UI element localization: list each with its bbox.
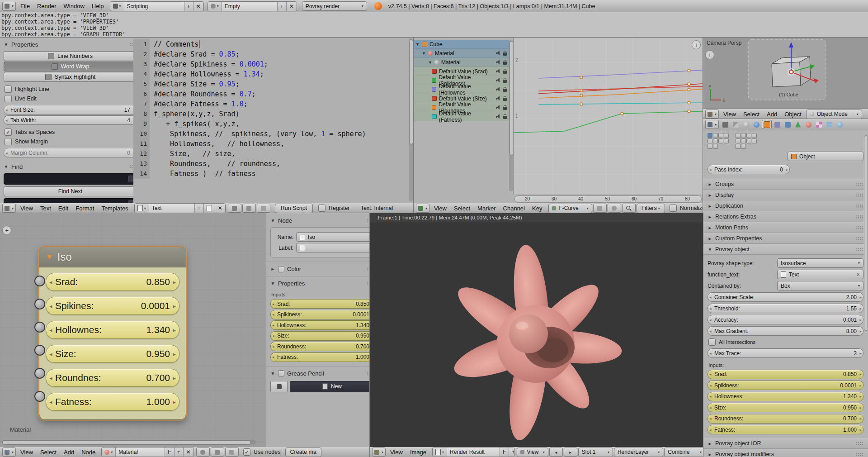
field-hollowness[interactable]: Hollowness:1.340: [708, 392, 863, 401]
expand-toolshelf-button[interactable]: +: [705, 50, 714, 59]
toggle-word-wrap[interactable]: Word Wrap: [4, 62, 137, 71]
find-panel-header[interactable]: ▼ Find: [4, 162, 137, 171]
viewport-3d[interactable]: x y Camera Persp (1) Cube +: [703, 38, 868, 109]
panel-grip[interactable]: [856, 226, 863, 230]
expand-icon[interactable]: ►: [708, 236, 712, 241]
layer-cell[interactable]: [724, 133, 729, 138]
new-grease-pencil-button[interactable]: New: [290, 381, 370, 392]
slider-left-arrow[interactable]: ◂: [49, 279, 52, 286]
tab-modifiers[interactable]: [783, 120, 793, 129]
cube-front-face[interactable]: [772, 62, 801, 87]
graph-menu-marker[interactable]: Marker: [474, 204, 499, 213]
text-menu-format[interactable]: Format: [72, 204, 98, 213]
close-text-button[interactable]: ✕: [215, 204, 225, 213]
editor-type-graph-button[interactable]: ▾: [416, 204, 429, 213]
layer-cell[interactable]: [713, 144, 718, 149]
view3d-menu-select[interactable]: Select: [740, 110, 763, 119]
panel-povray-object-modifiers[interactable]: ►Povray object modifiers: [703, 449, 868, 457]
normalize-checkbox[interactable]: [670, 205, 677, 212]
find-input[interactable]: [4, 173, 137, 185]
editor-type-image-button[interactable]: ▾: [372, 447, 386, 457]
dropdown-box[interactable]: Box▾: [777, 281, 863, 290]
unlink-material-button[interactable]: ✕: [184, 447, 193, 457]
scene-name[interactable]: Empty: [222, 2, 278, 11]
panel-grip[interactable]: [367, 267, 370, 271]
mute-icon[interactable]: [496, 51, 501, 56]
expand-icon[interactable]: ▼: [428, 60, 432, 65]
panel-grip[interactable]: [856, 442, 863, 446]
panel-grip[interactable]: [856, 248, 863, 252]
fake-user-button[interactable]: F: [500, 447, 509, 457]
expand-icon[interactable]: ►: [708, 193, 712, 198]
field-srad[interactable]: Srad:0.850: [270, 299, 370, 309]
render-result-view[interactable]: [370, 222, 703, 447]
tab-particles[interactable]: [824, 120, 834, 129]
graph-curve-view[interactable]: 21 +: [513, 38, 703, 194]
grease-pencil-panel-header[interactable]: ▼ Grease Pencil: [270, 369, 370, 378]
panel-grip[interactable]: [367, 371, 370, 376]
editor-type-text-button[interactable]: ▾: [2, 204, 16, 213]
fcurve[interactable]: [538, 84, 703, 94]
layer-cell[interactable]: [741, 133, 746, 138]
slider-right-arrow[interactable]: ▸: [173, 351, 176, 357]
add-scene-button[interactable]: +: [278, 2, 287, 11]
editor-type-properties-button[interactable]: ▾: [705, 120, 719, 129]
field-spikiness[interactable]: Spikiness:0.0001: [270, 310, 370, 319]
font-size-field[interactable]: Font Size: 17: [4, 105, 137, 114]
run-script-button[interactable]: Run Script: [275, 204, 313, 213]
mute-icon[interactable]: [496, 96, 501, 101]
new-image-button[interactable]: +: [509, 447, 514, 457]
expand-node-toolshelf-button[interactable]: +: [2, 226, 11, 235]
layers-widget[interactable]: [736, 133, 759, 149]
channel-scrollbar-track[interactable]: [509, 40, 513, 191]
show-handles-button[interactable]: [593, 204, 607, 213]
node-panel-header[interactable]: ▼ Node: [270, 216, 370, 225]
text-datablock-icon-button[interactable]: ▾: [135, 204, 149, 213]
properties-scrollbar-handle[interactable]: [864, 135, 868, 331]
panel-custom-properties[interactable]: ►Custom Properties: [703, 233, 868, 244]
text-scrollbar-track[interactable]: [409, 38, 413, 201]
input-socket-spikines[interactable]: [34, 299, 45, 309]
keyframe[interactable]: [688, 88, 690, 91]
fcurve[interactable]: [514, 111, 703, 133]
mute-icon[interactable]: [496, 78, 501, 83]
layer-cell[interactable]: [708, 138, 712, 143]
properties-panel-header[interactable]: ▼ Properties: [4, 40, 137, 49]
expand-icon[interactable]: ►: [708, 225, 712, 230]
node-input-fatness[interactable]: ◂Fatness:1.000▸: [46, 393, 179, 411]
checkbox[interactable]: [5, 95, 12, 102]
field-accuracy[interactable]: Accuracy:0.001: [708, 315, 863, 324]
layer-cell[interactable]: [708, 144, 712, 149]
lock-icon[interactable]: [503, 116, 507, 119]
node-collapse-icon[interactable]: ▼: [46, 253, 53, 261]
snap-button[interactable]: [211, 447, 224, 457]
tab-render[interactable]: [720, 120, 730, 129]
lock-icon[interactable]: [503, 62, 507, 65]
code-line[interactable]: 12 Size, // size,: [133, 149, 414, 159]
layer-cell[interactable]: [741, 144, 746, 149]
option-tabs-as-spaces[interactable]: ✓Tabs as Spaces: [5, 129, 136, 136]
layer-cell[interactable]: [752, 138, 757, 143]
tab-width-field[interactable]: Tab Width: 4: [4, 115, 137, 125]
option-highlight-line[interactable]: Highlight Line: [5, 86, 136, 93]
slider-right-arrow[interactable]: ▸: [173, 279, 176, 286]
graph-menu-select[interactable]: Select: [450, 204, 474, 213]
color-checkbox[interactable]: [278, 266, 284, 272]
node-menu-add[interactable]: Add: [60, 448, 78, 457]
layer-cell[interactable]: [718, 133, 723, 138]
margin-column-field[interactable]: Margin Column: 0: [4, 148, 137, 157]
keyframe[interactable]: [580, 103, 583, 105]
menu-file[interactable]: File: [17, 2, 33, 10]
layer-cell[interactable]: [746, 133, 751, 138]
slider-left-arrow[interactable]: ◂: [49, 327, 52, 333]
node-header[interactable]: ▼ Iso: [39, 247, 186, 267]
text-scrollbar-handle[interactable]: [409, 39, 413, 144]
layers-widget[interactable]: [708, 133, 731, 149]
panel-grip[interactable]: [856, 237, 863, 241]
grease-pencil-checkbox[interactable]: [278, 370, 284, 376]
option-live-edit[interactable]: Live Edit: [5, 95, 136, 102]
tab-scene[interactable]: [741, 120, 751, 129]
node-input-srad[interactable]: ◂Srad:0.850▸: [46, 273, 179, 291]
slider-left-arrow[interactable]: ◂: [49, 375, 52, 381]
input-socket-fatness[interactable]: [34, 391, 45, 402]
